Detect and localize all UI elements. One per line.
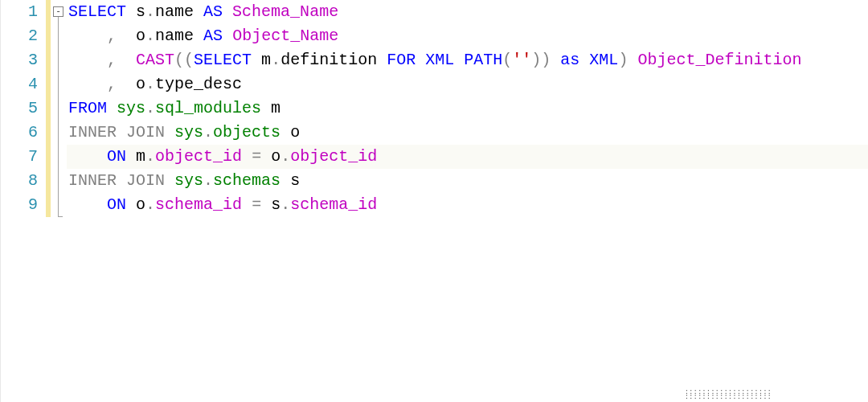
function-cast: CAST (136, 51, 174, 69)
column: name (155, 27, 194, 45)
keyword-xml: XML (425, 51, 454, 69)
keyword-join: JOIN (126, 123, 165, 142)
column: object_id (155, 147, 242, 166)
alias: o (136, 27, 145, 45)
line-number[interactable]: 7 (1, 145, 44, 169)
keyword-inner: INNER (68, 171, 117, 190)
type-xml: XML (589, 51, 618, 69)
code-line[interactable]: , o.type_desc (67, 72, 868, 96)
line-number[interactable]: 9 (1, 193, 44, 217)
modification-indicator-column (44, 0, 52, 402)
line-number[interactable]: 3 (1, 48, 44, 72)
comma: , (107, 27, 117, 45)
column: type_desc (155, 75, 242, 93)
fold-toggle-icon[interactable]: - (53, 6, 63, 17)
code-text-area[interactable]: SELECT s.name AS Schema_Name , o.name AS… (67, 0, 868, 402)
modified-line-marker (46, 48, 51, 72)
schema-name: sys (174, 123, 203, 142)
modified-line-marker (46, 121, 51, 145)
schema-name: sys (117, 99, 145, 117)
modified-line-marker (46, 24, 51, 48)
string-literal: '' (512, 51, 531, 69)
code-line[interactable]: ON o.schema_id = s.schema_id (67, 193, 868, 217)
modified-line-marker (46, 0, 51, 24)
modified-line-marker (46, 145, 51, 169)
table-alias: o (290, 123, 300, 142)
alias: o (136, 75, 145, 93)
table-name: objects (213, 123, 280, 142)
keyword-for: FOR (387, 51, 416, 69)
modified-line-marker (46, 169, 51, 193)
output-alias: Object_Name (232, 27, 338, 45)
code-line[interactable]: FROM sys.sql_modules m (67, 96, 868, 121)
equals: = (252, 195, 261, 214)
keyword-as: as (560, 51, 579, 69)
fold-guide-line (58, 17, 59, 216)
line-number[interactable]: 5 (1, 96, 44, 121)
code-line[interactable]: INNER JOIN sys.objects o (67, 121, 868, 145)
keyword-join: JOIN (126, 171, 165, 190)
keyword-path: PATH (464, 51, 502, 69)
code-line[interactable]: SELECT s.name AS Schema_Name (67, 0, 868, 24)
line-number[interactable]: 2 (1, 24, 44, 48)
line-number[interactable]: 8 (1, 169, 44, 193)
equals: = (252, 147, 261, 166)
output-alias: Object_Definition (637, 51, 801, 69)
keyword-from: FROM (68, 99, 107, 117)
line-number[interactable]: 6 (1, 121, 44, 145)
keyword-as: AS (203, 27, 223, 45)
code-line[interactable]: , o.name AS Object_Name (67, 24, 868, 48)
line-number[interactable]: 1 (1, 0, 44, 24)
sql-editor: 1 2 3 4 5 6 7 8 9 - SELECT s.name AS Sch… (0, 0, 868, 402)
modified-line-marker (46, 193, 51, 217)
fold-end-marker (58, 216, 63, 217)
table-alias: m (271, 99, 280, 117)
resize-grip-icon[interactable]: :::::::::::::::::::::::::::::::::::::::: (685, 389, 772, 399)
keyword-select: SELECT (194, 51, 252, 69)
schema-name: sys (174, 171, 203, 190)
comma: , (107, 51, 117, 69)
modified-line-marker (46, 96, 51, 121)
column: name (155, 2, 194, 21)
table-alias: s (290, 171, 300, 190)
keyword-on: ON (107, 147, 126, 166)
keyword-as: AS (203, 2, 223, 21)
line-number-gutter: 1 2 3 4 5 6 7 8 9 (1, 0, 44, 402)
keyword-select: SELECT (68, 2, 126, 21)
code-line-current[interactable]: ON m.object_id = o.object_id (67, 145, 868, 169)
column: object_id (290, 147, 377, 166)
table-name: schemas (213, 171, 280, 190)
output-alias: Schema_Name (232, 2, 338, 21)
keyword-on: ON (107, 195, 126, 214)
code-line[interactable]: INNER JOIN sys.schemas s (67, 169, 868, 193)
column: schema_id (290, 195, 377, 214)
code-folding-column: - (52, 0, 67, 402)
code-line[interactable]: , CAST((SELECT m.definition FOR XML PATH… (67, 48, 868, 72)
keyword-inner: INNER (68, 123, 117, 142)
dot: . (145, 2, 155, 21)
column: schema_id (155, 195, 242, 214)
alias: s (126, 2, 145, 21)
column: definition (280, 51, 377, 69)
comma: , (107, 75, 117, 93)
table-name: sql_modules (155, 99, 261, 117)
modified-line-marker (46, 72, 51, 96)
line-number[interactable]: 4 (1, 72, 44, 96)
